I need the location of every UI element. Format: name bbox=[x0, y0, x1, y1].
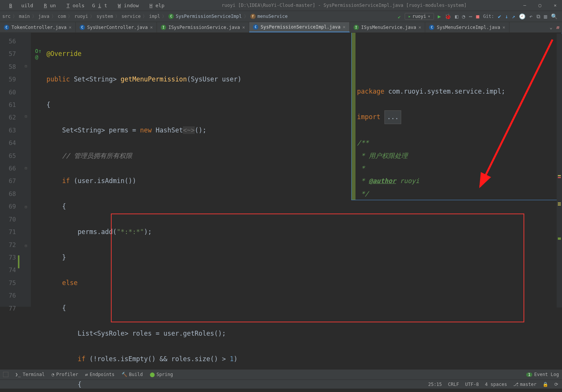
tabs-corner-icon: m bbox=[556, 25, 562, 30]
error-stripe[interactable] bbox=[557, 33, 562, 308]
close-tab-icon[interactable]: × bbox=[503, 25, 505, 30]
tab-tokencontroller[interactable]: CTokenController.java× bbox=[0, 22, 76, 32]
fold-import-icon[interactable]: ... bbox=[384, 110, 402, 124]
tabs-more-icon[interactable]: ⌄ bbox=[546, 25, 556, 30]
vcs-change-marker[interactable] bbox=[18, 255, 19, 268]
stop-icon[interactable]: ■ bbox=[476, 13, 479, 19]
history-icon[interactable]: 🕘 bbox=[519, 13, 525, 19]
peek-definition-panel[interactable]: package com.ruoyi.system.service.impl; i… bbox=[351, 33, 562, 200]
titlebar: Build Run Tools Git Window Help ruoyi [D… bbox=[0, 0, 562, 11]
main-menu: Build Run Tools Git Window Help bbox=[3, 2, 168, 9]
close-tab-icon[interactable]: × bbox=[343, 24, 346, 30]
window-title: ruoyi [D:\IDEA\RuoYi-Cloud-master] - Sys… bbox=[168, 3, 521, 8]
run-config-dropdown[interactable]: ▸ruoyi▾ bbox=[405, 13, 434, 20]
code-with-me-icon[interactable]: ⧉ bbox=[536, 13, 540, 20]
menu-tools[interactable]: Tools bbox=[61, 2, 88, 9]
update-icon[interactable]: ↓ bbox=[505, 13, 508, 19]
terminal-icon: ❯_ bbox=[15, 372, 21, 377]
search-icon[interactable]: 🔍 bbox=[551, 13, 557, 19]
gutter-icons: O↑ @ ⊟ ⊟ ⊟ ⊟ ⊟ bbox=[17, 33, 31, 307]
editor[interactable]: 565758 596061 626364 656667 686970 71727… bbox=[0, 33, 562, 307]
tab-sysusercontroller[interactable]: CSysUserController.java× bbox=[76, 22, 157, 32]
fold-icon[interactable]: ⊟ bbox=[25, 205, 27, 209]
ide-settings-icon[interactable]: ▥ bbox=[544, 13, 547, 19]
minimize-icon[interactable]: — bbox=[521, 3, 528, 8]
commit-icon[interactable]: ✔ bbox=[498, 13, 501, 19]
menu-help[interactable]: Help bbox=[143, 2, 167, 9]
close-icon[interactable]: ✕ bbox=[551, 3, 559, 8]
toolwindow-toggle-icon[interactable] bbox=[3, 372, 8, 377]
push-icon[interactable]: ↗ bbox=[512, 13, 515, 19]
tab-syspermissionserviceimpl[interactable]: CSysPermissionServiceImpl.java× bbox=[249, 22, 350, 32]
close-tab-icon[interactable]: × bbox=[150, 25, 153, 30]
rollback-icon[interactable]: ↶ bbox=[529, 13, 532, 19]
breadcrumb[interactable]: src〉 main〉 java〉 com〉 ruoyi〉 system〉 ser… bbox=[2, 13, 288, 20]
menu-run[interactable]: Run bbox=[38, 2, 59, 9]
line-gutter: 565758 596061 626364 656667 686970 71727… bbox=[0, 33, 17, 307]
field-icon: f bbox=[250, 14, 256, 19]
profile-icon[interactable]: ◔ bbox=[462, 13, 465, 19]
run-icon[interactable]: ▶ bbox=[438, 13, 441, 19]
fold-icon[interactable]: ⊟ bbox=[25, 244, 27, 248]
nav-toolbar: src〉 main〉 java〉 com〉 ruoyi〉 system〉 ser… bbox=[0, 11, 562, 22]
fold-icon[interactable]: ⊟ bbox=[25, 64, 27, 68]
maximize-icon[interactable]: ▢ bbox=[536, 3, 544, 8]
git-label: Git: bbox=[483, 14, 494, 19]
close-tab-icon[interactable]: × bbox=[418, 25, 421, 30]
tab-isyspermissionservice[interactable]: IISysPermissionService.java× bbox=[157, 22, 249, 32]
class-icon: C bbox=[168, 14, 174, 19]
editor-tabs: CTokenController.java× CSysUserControlle… bbox=[0, 22, 562, 33]
menu-build[interactable]: Build bbox=[3, 2, 36, 9]
menu-window[interactable]: Window bbox=[112, 2, 142, 9]
close-tab-icon[interactable]: × bbox=[242, 25, 245, 30]
coverage-icon[interactable]: ◧ bbox=[455, 13, 458, 19]
close-tab-icon[interactable]: × bbox=[69, 25, 72, 30]
debug-icon[interactable]: 🐞 bbox=[445, 13, 451, 19]
back-arrow-icon[interactable]: ↙ bbox=[398, 13, 401, 19]
tab-isysmenuservice[interactable]: IISysMenuService.java× bbox=[350, 22, 426, 32]
menu-git[interactable]: Git bbox=[89, 2, 110, 9]
fold-icon[interactable]: ⊟ bbox=[25, 166, 27, 170]
tab-sysmenuserviceimpl[interactable]: CSysMenuServiceImpl.java× bbox=[425, 22, 509, 32]
attach-icon[interactable]: ⋯ bbox=[469, 13, 472, 19]
fold-icon[interactable]: ⊟ bbox=[25, 114, 27, 118]
